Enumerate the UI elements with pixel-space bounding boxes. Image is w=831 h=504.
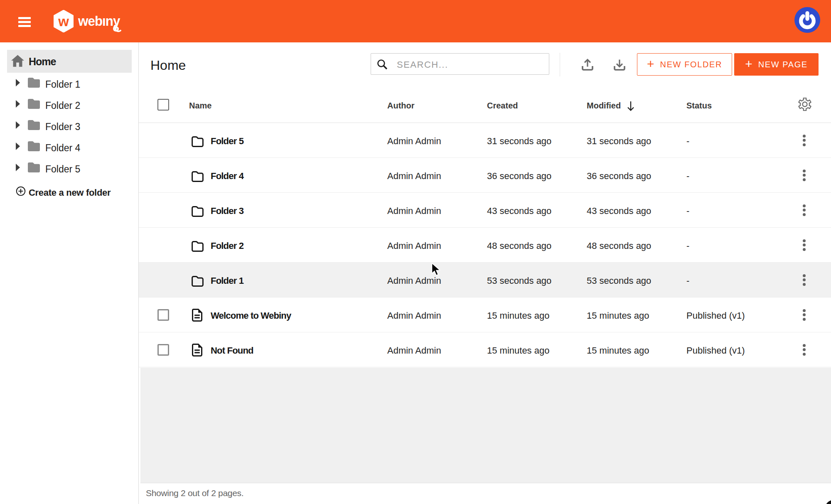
svg-text:w: w (58, 14, 69, 29)
